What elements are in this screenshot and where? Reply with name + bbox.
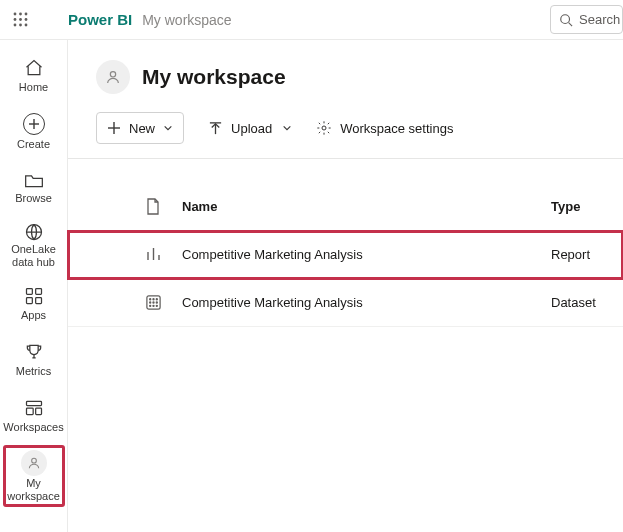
svg-point-38 (149, 305, 150, 306)
svg-point-37 (156, 302, 157, 303)
svg-rect-17 (35, 297, 41, 303)
svg-point-27 (322, 126, 326, 130)
svg-line-10 (569, 22, 573, 26)
search-input[interactable]: Search (550, 5, 623, 34)
report-icon (145, 246, 162, 263)
rail-home-label: Home (19, 81, 48, 93)
toolbar: New Upload Workspace settings (68, 102, 623, 159)
gear-icon (316, 120, 332, 136)
left-rail: Home Create Browse OneLake data hub Apps (0, 40, 68, 532)
svg-rect-18 (26, 401, 41, 405)
svg-point-0 (13, 13, 16, 16)
svg-point-34 (156, 299, 157, 300)
svg-point-6 (13, 24, 16, 27)
home-icon (24, 58, 44, 78)
upload-button-label: Upload (231, 121, 272, 136)
plus-circle-icon (23, 113, 45, 135)
svg-point-8 (24, 24, 27, 27)
plus-icon (107, 121, 121, 135)
upload-icon (208, 121, 223, 136)
rail-myws-label1: My (26, 477, 41, 489)
workspaces-icon (24, 398, 44, 418)
svg-point-21 (31, 458, 36, 463)
brand-title: Power BI (68, 11, 132, 28)
trophy-icon (24, 342, 44, 362)
rail-create[interactable]: Create (4, 106, 64, 156)
search-icon (559, 13, 573, 27)
workspace-avatar-icon (96, 60, 130, 94)
folder-icon (24, 171, 44, 189)
column-type[interactable]: Type (551, 199, 623, 214)
workspace-settings-label: Workspace settings (340, 121, 453, 136)
svg-point-5 (24, 18, 27, 21)
rail-workspaces[interactable]: Workspaces (4, 390, 64, 440)
new-button-label: New (129, 121, 155, 136)
new-button[interactable]: New (96, 112, 184, 144)
item-name: Competitive Marketing Analysis (182, 247, 551, 262)
page-title: My workspace (142, 65, 286, 89)
svg-point-2 (24, 13, 27, 16)
svg-rect-20 (35, 408, 41, 415)
workspace-settings-button[interactable]: Workspace settings (316, 120, 453, 136)
search-placeholder: Search (579, 12, 620, 27)
person-circle-icon (21, 450, 47, 476)
rail-onelake-datahub[interactable]: OneLake data hub (4, 218, 64, 272)
upload-button[interactable]: Upload (208, 121, 292, 136)
rail-browse[interactable]: Browse (4, 162, 64, 212)
app-launcher-button[interactable] (0, 12, 40, 27)
svg-point-4 (19, 18, 22, 21)
svg-point-39 (152, 305, 153, 306)
svg-point-33 (152, 299, 153, 300)
rail-datahub-label1: OneLake (11, 243, 56, 255)
rail-datahub-label2: data hub (12, 256, 55, 268)
chevron-down-icon (163, 123, 173, 133)
table-header: Name Type (68, 183, 623, 231)
rail-home[interactable]: Home (4, 50, 64, 100)
svg-rect-15 (35, 288, 41, 294)
apps-icon (24, 286, 44, 306)
svg-point-9 (561, 14, 570, 23)
svg-point-35 (149, 302, 150, 303)
rail-browse-label: Browse (15, 192, 52, 204)
svg-rect-16 (26, 297, 32, 303)
rail-myws-label2: workspace (7, 490, 60, 502)
svg-point-32 (149, 299, 150, 300)
rail-apps-label: Apps (21, 309, 46, 321)
item-type: Dataset (551, 295, 623, 310)
item-name: Competitive Marketing Analysis (182, 295, 551, 310)
breadcrumb[interactable]: My workspace (142, 11, 231, 28)
rail-metrics-label: Metrics (16, 365, 51, 377)
dataset-icon (145, 294, 162, 311)
rail-my-workspace[interactable]: My workspace (4, 446, 64, 506)
svg-point-40 (156, 305, 157, 306)
rail-apps[interactable]: Apps (4, 278, 64, 328)
svg-rect-19 (26, 408, 33, 415)
svg-rect-14 (26, 288, 32, 294)
svg-point-3 (13, 18, 16, 21)
svg-point-1 (19, 13, 22, 16)
table-row[interactable]: Competitive Marketing Analysis Report (68, 231, 623, 279)
svg-point-36 (152, 302, 153, 303)
table-row[interactable]: Competitive Marketing Analysis Dataset (68, 279, 623, 327)
chevron-down-icon (282, 123, 292, 133)
rail-workspaces-label: Workspaces (3, 421, 63, 433)
file-icon (146, 198, 160, 215)
svg-point-7 (19, 24, 22, 27)
svg-point-22 (110, 72, 115, 77)
rail-create-label: Create (17, 138, 50, 150)
column-name[interactable]: Name (182, 199, 551, 214)
globe-icon (24, 222, 44, 242)
rail-metrics[interactable]: Metrics (4, 334, 64, 384)
item-type: Report (551, 247, 623, 262)
